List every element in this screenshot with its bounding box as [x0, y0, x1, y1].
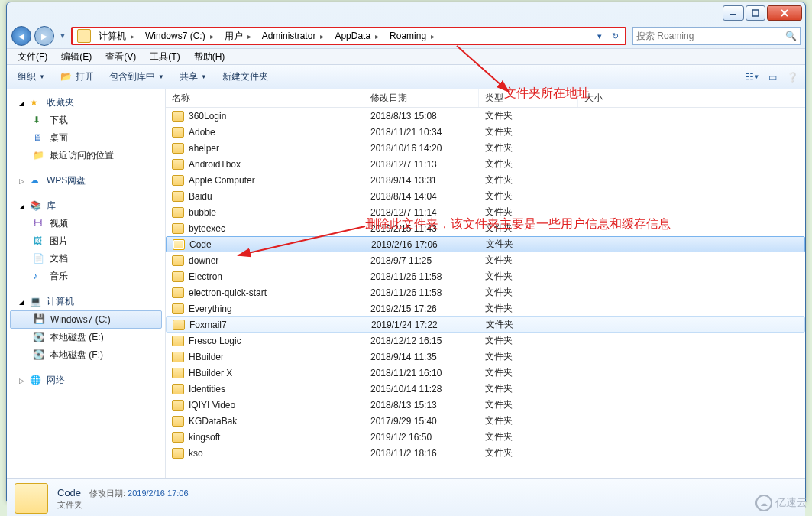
file-row[interactable]: Apple Computer2018/9/14 13:31文件夹 — [166, 172, 805, 188]
share-button[interactable]: 共享▼ — [175, 68, 212, 86]
file-type: 文件夹 — [479, 333, 578, 349]
file-row[interactable]: AndroidTbox2018/12/7 11:13文件夹 — [166, 156, 805, 172]
file-date: 2018/11/21 10:34 — [364, 124, 479, 140]
file-type: 文件夹 — [479, 252, 578, 268]
file-size — [578, 172, 639, 188]
library-button[interactable]: 包含到库中▼ — [105, 68, 169, 86]
back-button[interactable]: ◄ — [11, 26, 31, 46]
file-name: 360Login — [189, 111, 226, 122]
libraries-pictures[interactable]: 🖼图片 — [7, 232, 165, 250]
file-row[interactable]: Everything2019/2/15 17:26文件夹 — [166, 300, 805, 316]
open-button[interactable]: 📂打开 — [56, 68, 99, 86]
file-type: 文件夹 — [479, 300, 578, 316]
history-dropdown[interactable]: ▼ — [57, 28, 68, 44]
file-row[interactable]: Electron2018/11/26 11:58文件夹 — [166, 268, 805, 284]
crumb[interactable]: AppData — [330, 28, 385, 44]
drive-e[interactable]: 💽本地磁盘 (E:) — [7, 329, 165, 346]
explorer-window: ◄ ► ▼ 计算机 Windows7 (C:) 用户 Administrator… — [6, 2, 806, 502]
organize-button[interactable]: 组织▼ — [13, 68, 50, 86]
col-size[interactable]: 大小 — [578, 89, 639, 107]
menu-file[interactable]: 文件(F) — [11, 49, 53, 65]
col-name[interactable]: 名称 — [166, 89, 364, 107]
favorites-desktop[interactable]: 🖥桌面 — [7, 129, 165, 147]
file-row[interactable]: downer2018/9/7 11:25文件夹 — [166, 252, 805, 268]
favorites-header[interactable]: ◢★收藏夹 — [7, 94, 165, 112]
file-row[interactable]: Baidu2018/8/14 14:04文件夹 — [166, 188, 805, 204]
folder-icon — [172, 255, 184, 266]
folder-icon — [172, 223, 184, 234]
favorites-downloads[interactable]: ⬇下载 — [7, 112, 165, 129]
file-date: 2019/2/16 17:06 — [365, 237, 480, 252]
file-name: HBuilder — [189, 352, 224, 362]
minimize-button[interactable] — [723, 5, 744, 21]
col-date[interactable]: 修改日期 — [364, 89, 479, 107]
maximize-button[interactable] — [746, 5, 765, 21]
crumb[interactable]: Windows7 (C:) — [141, 28, 220, 44]
file-row[interactable]: Identities2015/10/14 11:28文件夹 — [166, 381, 805, 397]
file-row[interactable]: KGDataBak2017/9/29 15:40文件夹 — [166, 413, 805, 429]
folder-icon — [172, 400, 184, 411]
drive-f[interactable]: 💽本地磁盘 (F:) — [7, 346, 165, 364]
refresh-icon[interactable]: ↻ — [608, 29, 622, 43]
newfolder-button[interactable]: 新建文件夹 — [218, 68, 273, 86]
help-icon[interactable]: ❔ — [785, 70, 799, 84]
network-header[interactable]: ▷🌐网络 — [7, 372, 165, 389]
view-mode-button[interactable]: ☷ ▼ — [746, 70, 759, 84]
file-date: 2017/9/29 15:40 — [364, 413, 479, 429]
computer-header[interactable]: ◢💻计算机 — [7, 293, 165, 310]
address-dropdown-icon[interactable]: ▾ — [593, 29, 607, 43]
libraries-header[interactable]: ◢📚库 — [7, 197, 165, 215]
close-button[interactable] — [767, 5, 802, 21]
wps-header[interactable]: ▷☁WPS网盘 — [7, 172, 165, 190]
file-row[interactable]: kingsoft2019/1/2 16:50文件夹 — [166, 429, 805, 445]
command-bar: 组织▼ 📂打开 包含到库中▼ 共享▼ 新建文件夹 ☷ ▼ ▭ ❔ — [7, 65, 805, 89]
file-row[interactable]: Code2019/2/16 17:06文件夹 — [166, 236, 805, 252]
file-name: kso — [189, 448, 203, 459]
file-type: 文件夹 — [479, 397, 578, 413]
file-row[interactable]: ahelper2018/10/16 14:20文件夹 — [166, 140, 805, 156]
file-row[interactable]: Adobe2018/11/21 10:34文件夹 — [166, 124, 805, 140]
favorites-recent[interactable]: 📁最近访问的位置 — [7, 147, 165, 164]
file-row[interactable]: HBuilder X2018/11/21 16:10文件夹 — [166, 365, 805, 381]
file-name: Electron — [189, 271, 222, 282]
menu-view[interactable]: 查看(V) — [99, 49, 142, 65]
menu-edit[interactable]: 编辑(E) — [55, 49, 98, 65]
file-row[interactable]: bubble2018/12/7 11:14文件夹 — [166, 204, 805, 220]
libraries-music[interactable]: ♪音乐 — [7, 268, 165, 285]
file-name: byteexec — [189, 223, 225, 234]
file-row[interactable]: byteexec2019/2/15 11:43文件夹 — [166, 220, 805, 236]
menu-tools[interactable]: 工具(T) — [144, 49, 186, 65]
file-type: 文件夹 — [479, 381, 578, 397]
file-type: 文件夹 — [479, 140, 578, 156]
file-name: downer — [189, 255, 218, 266]
file-date: 2018/10/16 14:20 — [364, 140, 479, 156]
file-row[interactable]: electron-quick-start2018/11/26 11:58文件夹 — [166, 284, 805, 300]
search-input[interactable]: 搜索 Roaming 🔍 — [632, 27, 801, 45]
file-row[interactable]: Fresco Logic2018/12/12 16:15文件夹 — [166, 333, 805, 349]
crumb[interactable]: Roaming — [385, 28, 441, 44]
libraries-docs[interactable]: 📄文档 — [7, 250, 165, 268]
preview-pane-button[interactable]: ▭ — [765, 70, 779, 84]
folder-icon — [172, 416, 184, 427]
details-meta-label: 修改日期: — [89, 488, 125, 498]
col-type[interactable]: 类型 — [479, 89, 578, 107]
forward-button[interactable]: ► — [34, 26, 54, 46]
drive-c[interactable]: 💾Windows7 (C:) — [10, 310, 162, 329]
file-size — [578, 268, 639, 284]
libraries-video[interactable]: 🎞视频 — [7, 215, 165, 232]
folder-icon — [172, 384, 184, 394]
file-name: Code — [189, 239, 212, 250]
address-bar[interactable]: 计算机 Windows7 (C:) 用户 Administrator AppDa… — [71, 27, 626, 45]
folder-icon — [172, 143, 184, 154]
file-row[interactable]: kso2018/11/2 18:16文件夹 — [166, 445, 805, 461]
file-row[interactable]: IQIYI Video2018/8/13 15:13文件夹 — [166, 397, 805, 413]
crumb[interactable]: Administrator — [257, 28, 331, 44]
file-row[interactable]: HBuilder2018/9/14 11:35文件夹 — [166, 349, 805, 365]
file-date: 2018/9/14 11:35 — [364, 349, 479, 365]
file-row[interactable]: 360Login2018/8/13 15:08文件夹 — [166, 108, 805, 124]
crumb[interactable]: 用户 — [220, 28, 257, 44]
file-type: 文件夹 — [479, 284, 578, 300]
menu-help[interactable]: 帮助(H) — [188, 49, 231, 65]
file-row[interactable]: Foxmail72019/1/24 17:22文件夹 — [166, 316, 805, 333]
crumb[interactable]: 计算机 — [94, 28, 141, 44]
